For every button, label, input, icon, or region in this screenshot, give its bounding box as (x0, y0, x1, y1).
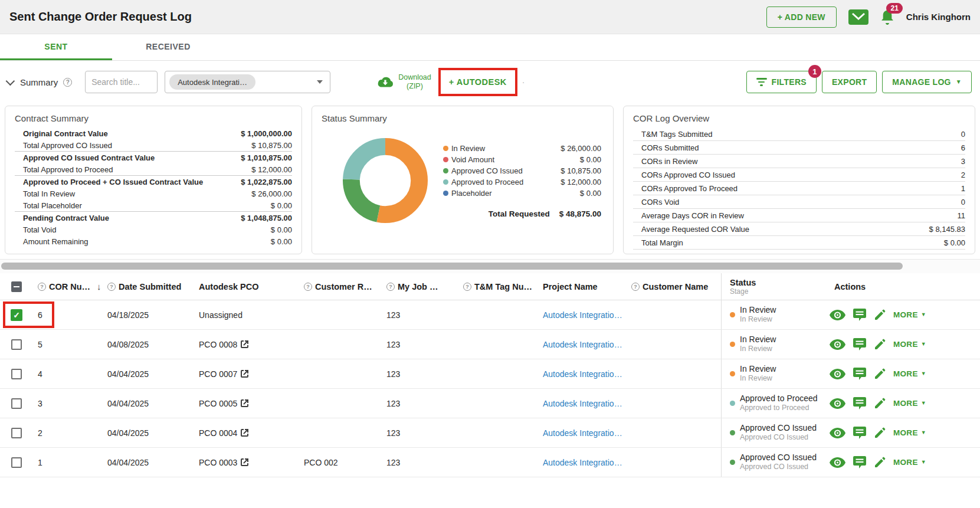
project-name-link[interactable]: Autodesk Integratio… (538, 340, 627, 349)
my-job-cell: 123 (382, 458, 458, 467)
caret-down-icon: ▼ (921, 312, 926, 317)
view-eye-icon[interactable] (830, 398, 845, 409)
select-all-checkbox[interactable] (11, 281, 22, 292)
external-link-icon[interactable] (241, 458, 248, 466)
edit-pencil-icon[interactable] (874, 309, 886, 321)
help-icon[interactable]: ? (38, 283, 46, 291)
help-icon[interactable]: ? (463, 283, 471, 291)
actions-cell: MORE▼ (830, 338, 980, 350)
external-link-icon[interactable] (241, 370, 248, 378)
view-eye-icon[interactable] (830, 428, 845, 438)
view-eye-icon[interactable] (830, 369, 845, 379)
collapse-chevron-icon[interactable] (6, 76, 15, 86)
tab-bar: SENT RECEIVED (0, 34, 980, 61)
help-icon[interactable]: ? (107, 283, 116, 291)
column-header-status[interactable]: Status Stage (721, 273, 830, 300)
download-zip-button[interactable]: Download (ZIP) (376, 73, 431, 91)
legend-item: Approved to Proceed$ 12,000.00 (443, 176, 601, 188)
help-icon[interactable]: ? (631, 283, 640, 291)
project-name-link[interactable]: Autodesk Integratio… (538, 428, 627, 438)
mail-icon[interactable] (848, 9, 868, 25)
notifications-bell[interactable]: 21 (880, 9, 894, 25)
autodesk-button[interactable]: + AUTODESK (447, 77, 509, 87)
table-row: 1 04/04/2025 PCO 0003 PCO 002 123 Autode… (0, 448, 980, 477)
row-checkbox[interactable] (11, 428, 22, 438)
status-dot (730, 401, 735, 406)
my-job-cell: 123 (382, 428, 458, 438)
column-header-project-name[interactable]: Project Name (538, 282, 627, 291)
comment-icon[interactable] (853, 427, 866, 439)
edit-pencil-icon[interactable] (874, 427, 886, 439)
project-name-link[interactable]: Autodesk Integratio… (538, 458, 627, 467)
project-name-link[interactable]: Autodesk Integratio… (538, 369, 627, 379)
project-filter-select[interactable]: Autodesk Integrati… (165, 71, 330, 93)
manage-log-button[interactable]: MANAGE LOG ▼ (882, 71, 972, 93)
comment-icon[interactable] (853, 338, 866, 350)
view-eye-icon[interactable] (830, 339, 845, 350)
column-header-my-job[interactable]: ? My Job … (382, 282, 458, 291)
column-header-autodesk-pco[interactable]: Autodesk PCO (194, 282, 299, 291)
overview-row: CORs Void0 (633, 195, 965, 209)
status-summary-card: Status Summary In Review$ 26,000.00 Void… (312, 106, 614, 254)
checkbox-check-icon: ✓ (13, 310, 20, 320)
summary-label[interactable]: Summary (20, 77, 58, 87)
row-checkbox[interactable] (11, 457, 22, 468)
comment-icon[interactable] (853, 397, 866, 409)
autodesk-pco-cell: PCO 0003 (194, 458, 299, 467)
status-dot (730, 312, 735, 317)
help-icon[interactable]: ? (386, 283, 395, 291)
status-donut-chart (338, 133, 432, 228)
autodesk-pco-cell: PCO 0008 (194, 340, 299, 349)
column-header-cor-number[interactable]: ? COR Nu… ↓ (33, 281, 103, 291)
legend-dot (443, 191, 448, 196)
more-button[interactable]: MORE▼ (893, 399, 926, 408)
project-filter-chip[interactable]: Autodesk Integrati… (169, 74, 255, 90)
edit-pencil-icon[interactable] (874, 368, 886, 380)
export-button[interactable]: EXPORT (822, 71, 877, 93)
comment-icon[interactable] (853, 456, 866, 468)
filters-button[interactable]: FILTERS 1 (746, 71, 817, 93)
more-button[interactable]: MORE▼ (893, 340, 926, 349)
external-link-icon[interactable] (241, 429, 248, 437)
legend-item: In Review$ 26,000.00 (443, 143, 601, 154)
comment-icon[interactable] (853, 309, 866, 321)
edit-pencil-icon[interactable] (874, 457, 886, 468)
row-checkbox[interactable] (11, 369, 22, 379)
row-checkbox-checked[interactable]: ✓ (11, 309, 22, 321)
help-icon[interactable]: ? (63, 78, 72, 87)
more-button[interactable]: MORE▼ (893, 369, 926, 378)
row-checkbox[interactable] (11, 339, 22, 350)
external-link-icon[interactable] (241, 340, 248, 348)
cor-number-cell: 2 (33, 428, 103, 438)
user-name[interactable]: Chris Kinghorn (906, 12, 971, 22)
autodesk-pco-cell: Unassigned (194, 310, 299, 320)
column-header-customer-name[interactable]: ? Customer Name (627, 282, 721, 291)
row-checkbox[interactable] (11, 398, 22, 409)
tab-sent[interactable]: SENT (0, 34, 112, 60)
column-header-customer-ref[interactable]: ? Customer R… (299, 282, 382, 291)
more-button[interactable]: MORE▼ (893, 458, 926, 467)
more-button[interactable]: MORE▼ (893, 428, 926, 437)
column-header-date-submitted[interactable]: ? Date Submitted (103, 282, 194, 291)
external-link-icon[interactable] (241, 399, 248, 407)
edit-pencil-icon[interactable] (874, 339, 886, 350)
comment-icon[interactable] (853, 368, 866, 380)
overview-row: Total Margin$ 0.00 (633, 236, 965, 250)
column-header-tm-tag[interactable]: ? T&M Tag Nu… (458, 282, 538, 291)
overview-row: CORs Submitted6 (633, 141, 965, 155)
more-button[interactable]: MORE▼ (893, 310, 926, 319)
view-eye-icon[interactable] (830, 457, 845, 468)
add-new-button[interactable]: + ADD NEW (766, 6, 837, 28)
search-input[interactable] (85, 71, 158, 93)
sort-desc-icon[interactable]: ↓ (97, 281, 101, 291)
edit-pencil-icon[interactable] (874, 398, 886, 409)
project-name-link[interactable]: Autodesk Integratio… (538, 399, 627, 408)
help-icon[interactable]: ? (304, 283, 312, 291)
project-name-link[interactable]: Autodesk Integratio… (538, 310, 627, 320)
view-eye-icon[interactable] (830, 310, 845, 320)
customer-ref-cell: PCO 002 (299, 458, 382, 467)
tab-received[interactable]: RECEIVED (112, 34, 224, 60)
card-title: Contract Summary (15, 113, 292, 123)
scrollbar-thumb[interactable] (1, 263, 903, 270)
caret-down-icon: ▼ (921, 342, 926, 347)
